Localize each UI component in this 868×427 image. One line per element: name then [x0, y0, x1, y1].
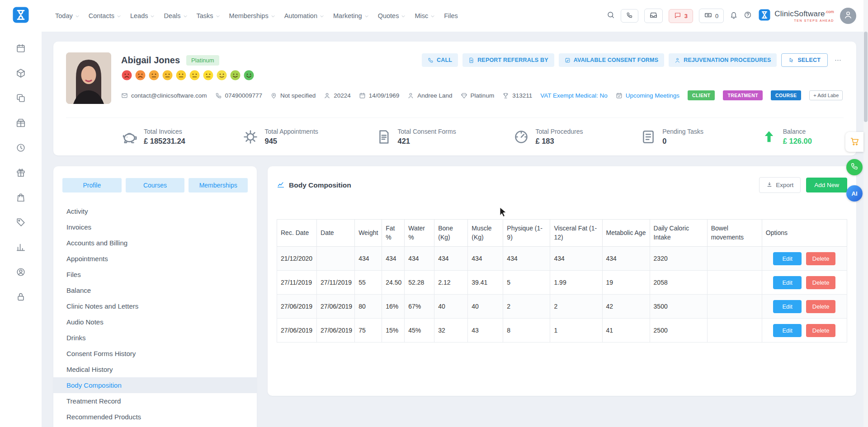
sidebar-layers-icon[interactable] — [16, 93, 26, 103]
export-button[interactable]: Export — [759, 177, 801, 193]
sidebar-lock-icon[interactable] — [16, 292, 26, 302]
sidebar-calendar-icon[interactable] — [16, 43, 26, 53]
select-button[interactable]: SELECT — [781, 53, 828, 67]
document-icon — [376, 129, 392, 145]
sidebar-shopping-bag-icon[interactable] — [16, 192, 26, 202]
nav-item-quotes[interactable]: Quotes — [378, 12, 406, 19]
scrollbar-thumb[interactable] — [864, 32, 868, 122]
mood-face-1[interactable] — [121, 70, 132, 81]
profile-menu-appointments[interactable]: Appointments — [53, 251, 257, 267]
nav-item-today[interactable]: Today — [55, 12, 80, 19]
phone-button[interactable] — [621, 9, 638, 23]
mood-face-2[interactable] — [135, 70, 146, 81]
nav-item-deals[interactable]: Deals — [164, 12, 187, 19]
nav-item-automation[interactable]: Automation — [284, 12, 324, 19]
tab-profile[interactable]: Profile — [62, 178, 122, 192]
topbar: TodayContactsLeadsDealsTasksMembershipsA… — [42, 0, 868, 32]
dots-icon — [834, 56, 842, 64]
profile-menu-drinks[interactable]: Drinks — [53, 330, 257, 346]
sidebar-tag-icon[interactable] — [16, 217, 26, 227]
profile-menu-consent-forms-history[interactable]: Consent Forms History — [53, 346, 257, 361]
user-avatar[interactable] — [840, 8, 856, 24]
profile-menu-invoices[interactable]: Invoices — [53, 219, 257, 235]
contact-item-vat-exempt-medical-no[interactable]: VAT Exempt Medical: No — [540, 92, 608, 99]
available-consent-forms-button[interactable]: AVAILABLE CONSENT FORMS — [559, 53, 664, 67]
main-nav: TodayContactsLeadsDealsTasksMembershipsA… — [55, 12, 458, 19]
nav-item-label: Tasks — [197, 12, 213, 19]
delete-button[interactable]: Delete — [806, 276, 836, 289]
nav-item-tasks[interactable]: Tasks — [197, 12, 220, 19]
tab-courses[interactable]: Courses — [126, 178, 185, 192]
contact-text: Not specified — [280, 92, 316, 99]
mood-face-4[interactable] — [162, 70, 173, 81]
add-label-button[interactable]: + Add Labe — [809, 90, 843, 100]
nav-item-memberships[interactable]: Memberships — [229, 12, 275, 19]
edit-button[interactable]: Edit — [773, 276, 801, 289]
messages-button[interactable]: 3 — [669, 9, 693, 23]
sidebar-cube-icon[interactable] — [16, 68, 26, 78]
mood-face-8[interactable] — [216, 70, 227, 81]
button-label: REJUVENATION PROCEDURES — [684, 57, 771, 63]
cell: 2 — [503, 295, 550, 319]
payments-button[interactable]: 0 — [699, 9, 724, 23]
edit-button[interactable]: Edit — [773, 300, 801, 313]
nav-item-leads[interactable]: Leads — [130, 12, 155, 19]
ai-widget[interactable]: AI — [846, 185, 863, 202]
sidebar-history-icon[interactable] — [16, 143, 26, 153]
nav-item-contacts[interactable]: Contacts — [89, 12, 121, 19]
rejuvenation-procedures-button[interactable]: REJUVENATION PROCEDURES — [669, 53, 777, 67]
sidebar-package-icon[interactable] — [16, 118, 26, 128]
profile-menu-activity[interactable]: Activity — [53, 203, 257, 219]
diamond-icon — [461, 92, 467, 99]
edit-button[interactable]: Edit — [773, 324, 801, 337]
sidebar-bar-chart-icon[interactable] — [16, 242, 26, 252]
delete-button[interactable]: Delete — [806, 324, 836, 337]
cart-widget[interactable] — [845, 132, 863, 152]
profile-menu-audio-notes[interactable]: Audio Notes — [53, 314, 257, 330]
button-label: SELECT — [797, 57, 821, 63]
nav-item-files[interactable]: Files — [444, 12, 458, 19]
delete-button[interactable]: Delete — [806, 300, 836, 313]
profile-menu-files[interactable]: Files — [53, 267, 257, 282]
app-logo[interactable] — [11, 0, 30, 32]
report-referrals-by-button[interactable]: REPORT REFERRALS BY — [462, 53, 554, 67]
page-scrollbar — [863, 0, 868, 427]
more-actions-button[interactable] — [832, 54, 844, 67]
profile-menu-balance[interactable]: Balance — [53, 282, 257, 298]
nav-item-marketing[interactable]: Marketing — [333, 12, 369, 19]
nav-item-label: Today — [55, 12, 73, 19]
cell: 42 — [602, 295, 650, 319]
profile-menu-recommended-products[interactable]: Recommended Products — [53, 409, 257, 425]
mood-face-7[interactable] — [203, 70, 214, 81]
profile-menu-accounts-and-billing[interactable]: Accounts and Billing — [53, 235, 257, 251]
notifications-button[interactable] — [730, 11, 738, 21]
add-new-button[interactable]: Add New — [806, 178, 847, 192]
help-button[interactable] — [744, 11, 752, 21]
cell: 32 — [434, 319, 468, 343]
profile-menu-clinic-notes-and-letters[interactable]: Clinic Notes and Letters — [53, 298, 257, 314]
cell: 27/06/2019 — [317, 319, 355, 343]
button-label: AVAILABLE CONSENT FORMS — [574, 57, 658, 63]
profile-menu-treatment-record[interactable]: Treatment Record — [53, 393, 257, 409]
mood-face-9[interactable] — [230, 70, 241, 81]
label-badge-course: COURSE — [771, 90, 801, 100]
brand-logo[interactable]: ClinicSoftware.com TEN STEPS AHEAD — [758, 8, 834, 23]
nav-item-misc[interactable]: Misc — [415, 12, 435, 19]
chat-widget[interactable] — [846, 159, 863, 175]
sidebar-support-icon[interactable] — [16, 267, 26, 277]
inbox-button[interactable] — [644, 9, 663, 23]
profile-menu-body-composition[interactable]: Body Composition — [53, 377, 257, 393]
edit-button[interactable]: Edit — [773, 252, 801, 265]
profile-menu-medical-history[interactable]: Medical History — [53, 361, 257, 377]
mood-face-6[interactable] — [189, 70, 200, 81]
mood-face-5[interactable] — [175, 70, 187, 81]
sidebar-gift-icon[interactable] — [16, 168, 26, 178]
search-button[interactable] — [607, 11, 615, 21]
mood-face-3[interactable] — [148, 70, 160, 81]
mood-face-10[interactable] — [243, 70, 255, 81]
contact-item-upcoming-meetings[interactable]: Upcoming Meetings — [616, 92, 679, 99]
patient-photo — [66, 52, 111, 104]
call-button[interactable]: CALL — [422, 53, 458, 67]
delete-button[interactable]: Delete — [806, 252, 836, 265]
tab-memberships[interactable]: Memberships — [189, 178, 248, 192]
